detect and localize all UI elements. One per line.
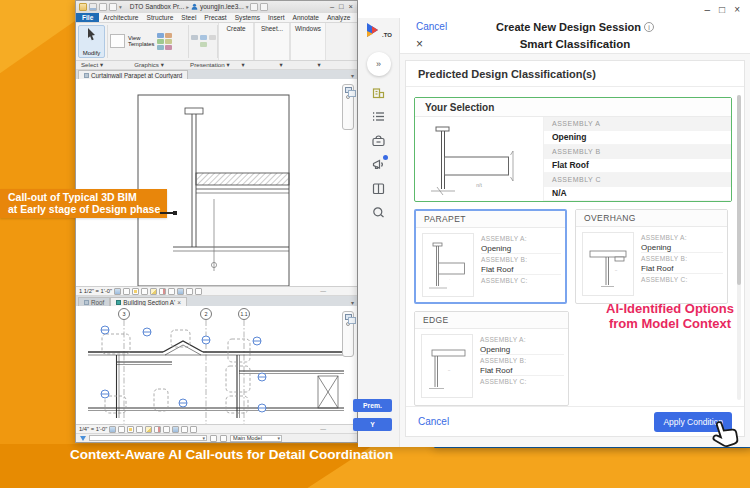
view-tab-curtainwall[interactable]: Curtainwall Parapet at Courtyard (78, 70, 188, 79)
view-tab-roof[interactable]: Roof (78, 297, 110, 306)
crop-view-icon[interactable] (154, 426, 161, 433)
create-collapse-arrow[interactable]: ▾ (224, 61, 262, 68)
close-button[interactable]: × (349, 2, 353, 11)
tab-precast[interactable]: Precast (200, 13, 230, 22)
tab-systems[interactable]: Systems (231, 13, 264, 22)
ribbon-icon[interactable] (200, 35, 207, 40)
ribbon-icon[interactable] (157, 45, 164, 50)
minimize-button[interactable]: – (330, 2, 334, 11)
user-menu-arrow[interactable]: ▾ (246, 4, 249, 10)
close-view-icon[interactable]: × (177, 299, 181, 306)
store-icon[interactable] (250, 3, 258, 11)
splitter-handle[interactable]: — (320, 426, 326, 432)
tab-analyze[interactable]: Analyze (323, 13, 354, 22)
windows-collapse-arrow[interactable]: ▾ (300, 61, 338, 68)
design-option-combo[interactable] (89, 435, 207, 441)
reveal-hidden-icon[interactable] (186, 288, 193, 295)
drawing-area-section[interactable]: 3 2 1.1 (76, 306, 357, 425)
option-card-edge[interactable]: EDGE – (414, 311, 569, 406)
crop-region-icon[interactable] (168, 288, 175, 295)
inbox-icon[interactable] (371, 133, 386, 148)
redo-icon[interactable] (109, 3, 117, 11)
constraints-icon[interactable] (190, 426, 197, 433)
rendering-icon[interactable] (150, 288, 157, 295)
model-icon[interactable] (371, 85, 386, 100)
drawing-area-parapet[interactable] (76, 79, 357, 287)
navigation-bar[interactable] (342, 311, 354, 357)
cancel-button[interactable]: Cancel (418, 416, 449, 427)
tab-structure[interactable]: Structure (143, 13, 178, 22)
sun-path-icon[interactable] (127, 426, 134, 433)
scrollbar-thumb[interactable] (737, 95, 741, 285)
option-card-overhang[interactable]: OVERHANG – (575, 209, 728, 304)
graphics-panel-label[interactable]: Graphics ▾ (108, 61, 190, 68)
ribbon-icon[interactable] (200, 42, 207, 47)
presentation-panel-label[interactable]: Presentation ▾ (190, 61, 224, 68)
sheet-collapse-arrow[interactable]: ▾ (262, 61, 300, 68)
sheet-panel[interactable]: Sheet... (254, 23, 290, 60)
maximize-button[interactable]: □ (719, 4, 725, 15)
create-panel[interactable]: Create (218, 23, 254, 60)
ribbon-icon[interactable] (165, 33, 172, 38)
steering-wheel-icon[interactable] (345, 314, 352, 320)
split-view-icon[interactable] (371, 181, 386, 196)
option-card-parapet[interactable]: PARAPET · (414, 209, 567, 304)
scale-label[interactable]: 1 1/2" = 1'-0" (79, 288, 112, 294)
temporary-hide-icon[interactable] (177, 288, 184, 295)
visual-style-icon[interactable] (118, 426, 125, 433)
presentation-group[interactable] (189, 23, 217, 60)
navigation-bar[interactable] (342, 84, 354, 130)
save-icon[interactable] (89, 3, 97, 11)
info-icon[interactable]: i (644, 22, 654, 32)
view-templates-group[interactable]: View Templates (108, 23, 188, 60)
tab-steel[interactable]: Steel (177, 13, 200, 22)
view-tab-building-section[interactable]: Building Section A' × (110, 297, 187, 306)
view-tab-overflow-icon[interactable]: ▾ (348, 299, 357, 306)
modify-button[interactable]: Modify (78, 25, 105, 58)
editable-only-icon[interactable] (210, 435, 217, 442)
cancel-session-link[interactable]: Cancel (416, 21, 447, 32)
shadows-icon[interactable] (141, 288, 148, 295)
shadows-icon[interactable] (136, 426, 143, 433)
temporary-hide-icon[interactable] (172, 426, 179, 433)
crop-region-icon[interactable] (163, 426, 170, 433)
help-icon[interactable] (260, 3, 268, 11)
close-button[interactable]: × (734, 4, 740, 15)
ribbon-icon[interactable] (165, 39, 172, 44)
maximize-button[interactable]: □ (339, 2, 344, 11)
view-tab-overflow-icon[interactable]: ▾ (348, 72, 357, 79)
rendering-icon[interactable] (145, 426, 152, 433)
open-icon[interactable] (79, 3, 87, 11)
signed-in-user[interactable]: youngjin.lee3... (200, 3, 244, 10)
detail-level-icon[interactable] (109, 426, 116, 433)
ribbon-icon[interactable] (157, 33, 164, 38)
tab-annotate[interactable]: Annotate (288, 13, 322, 22)
detail-level-icon[interactable] (114, 288, 121, 295)
main-model-dropdown[interactable]: Main Model (230, 435, 282, 442)
your-selection-card[interactable]: Your Selection (414, 97, 732, 202)
list-icon[interactable] (371, 109, 386, 124)
select-panel-label[interactable]: Select ▾ (76, 61, 108, 68)
filter-icon[interactable] (80, 436, 86, 441)
tab-architecture[interactable]: Architecture (99, 13, 142, 22)
ribbon-icon[interactable] (191, 35, 198, 40)
crop-view-icon[interactable] (159, 288, 166, 295)
announcement-icon[interactable] (371, 157, 386, 172)
sidebar-expand-button[interactable]: » (367, 52, 391, 76)
constraints-icon[interactable] (195, 288, 202, 295)
minimize-button[interactable]: – (705, 4, 711, 15)
tab-file[interactable]: File (76, 13, 99, 22)
undo-icon[interactable] (99, 3, 107, 11)
y-button[interactable]: Y (353, 418, 392, 431)
select-toggle-icon[interactable] (220, 435, 227, 442)
prem-button[interactable]: Prem. (353, 399, 392, 412)
visual-style-icon[interactable] (123, 288, 130, 295)
windows-panel[interactable]: Windows (290, 23, 326, 60)
splitter-handle[interactable]: — (320, 288, 326, 294)
ribbon-icon[interactable] (165, 45, 172, 50)
panel-scrollbar[interactable] (737, 95, 741, 400)
tab-insert[interactable]: Insert (264, 13, 289, 22)
sun-path-icon[interactable] (132, 288, 139, 295)
steering-wheel-icon[interactable] (345, 87, 352, 93)
reveal-hidden-icon[interactable] (181, 426, 188, 433)
